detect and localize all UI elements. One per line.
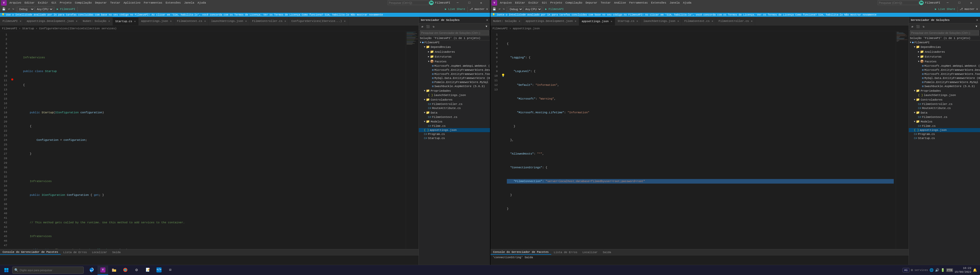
- right-solution-search-input[interactable]: [910, 30, 979, 35]
- right-tree-file-launchsettings[interactable]: { } launchSettings.json: [909, 93, 980, 97]
- right-tree-node-analyzers[interactable]: ▶ 📁 Analisadores: [909, 49, 980, 54]
- right-tree-pkg-1[interactable]: ⊞ Microsoft.AspNet.WebApi.WebHost (5.2.8…: [909, 64, 980, 68]
- right-output-tab-console[interactable]: Console do Gerenciador de Pacotes: [490, 250, 551, 254]
- right-menu-ajuda[interactable]: Ajuda: [681, 1, 693, 5]
- tree-node-props[interactable]: ▼ 📁 Propriedades: [419, 89, 490, 93]
- debug-config-select[interactable]: Debug Release: [18, 6, 35, 12]
- tab-appsettings-dev[interactable]: appsettings.Development.json ✕: [24, 17, 80, 25]
- right-toolbar-save[interactable]: 💾: [492, 7, 497, 11]
- left-search-input[interactable]: [388, 0, 428, 5]
- taskbar-app-vscode[interactable]: </>: [154, 266, 164, 275]
- menu-git[interactable]: Git: [50, 1, 58, 5]
- tab-filmacontext[interactable]: FilmaContext.cs ✕: [174, 17, 208, 25]
- toolbar-redo[interactable]: ↪: [11, 7, 15, 11]
- maximize-btn[interactable]: □: [463, 0, 475, 6]
- right-platform-select[interactable]: Any CPU: [523, 6, 542, 12]
- tree-node-packages[interactable]: ▼ 📦 Pacotes: [419, 59, 490, 64]
- toolbar-save[interactable]: 💾: [1, 7, 6, 11]
- right-tab-launchsettings[interactable]: launchSettings.json ✕: [641, 17, 682, 25]
- right-tree-node-frameworks[interactable]: ▶ 📁 Estruturas: [909, 54, 980, 59]
- tree-file-filmecontext[interactable]: C# FilmeContext.cs: [419, 115, 490, 119]
- close-tab-icon[interactable]: ✕: [519, 20, 520, 23]
- tree-node-data[interactable]: ▼ 📁 Data: [419, 110, 490, 115]
- close-tab-icon[interactable]: ✕: [677, 20, 679, 23]
- right-tree-node-data[interactable]: ▼ 📁 Data: [909, 110, 980, 115]
- tree-file-appsettings[interactable]: { } appsettings.json: [419, 128, 490, 132]
- tab-appsettings[interactable]: appsettings.json ✕: [138, 17, 175, 25]
- right-tree-file-filmecontext[interactable]: C# FilmeContext.cs: [909, 115, 980, 119]
- right-tree-file-filmecontroller[interactable]: C# FilmeController.cs: [909, 102, 980, 106]
- right-output-tab-errors[interactable]: Lista de Erros: [551, 250, 580, 254]
- tree-node-modelos[interactable]: ▼ 📁 Modelos: [419, 119, 490, 124]
- right-menu-depurar[interactable]: Depurar: [584, 1, 599, 5]
- solution-search-input[interactable]: [420, 30, 489, 35]
- tree-node-deps[interactable]: ▼ 📁 Dependências: [419, 44, 490, 49]
- right-tree-file-appsettings[interactable]: { } appsettings.json: [909, 128, 980, 132]
- tree-pkg-3[interactable]: ⊞ Microsoft.EntityFrameworkCore.Tools (5…: [419, 72, 490, 76]
- tree-node-controllers[interactable]: ▼ 📁 Controladores: [419, 97, 490, 102]
- right-menu-extensoes[interactable]: Extensões: [649, 1, 668, 5]
- right-solution-toolbar-refresh[interactable]: ↻: [921, 24, 926, 29]
- tree-pkg-4[interactable]: ⊞ MySql.Data.EntityFrameworkCore (8.0.22…: [419, 76, 490, 80]
- right-tree-file-filme[interactable]: C# Filme.cs: [909, 124, 980, 128]
- taskbar-app-edge[interactable]: [86, 266, 97, 275]
- right-solution-toolbar-collapse[interactable]: ⬛: [915, 24, 921, 29]
- solution-toolbar-collapse[interactable]: ⬛: [425, 24, 431, 29]
- menu-ferramentas[interactable]: Ferramentas: [142, 1, 164, 5]
- right-tree-file-routeattr[interactable]: C# RouteAttribute.cs: [909, 106, 980, 110]
- output-tab-localizar[interactable]: Localizar: [89, 250, 110, 254]
- taskbar-app-vs[interactable]: V: [97, 266, 108, 275]
- right-tree-pkg-2[interactable]: ⊞ Microsoft.EntityFrameworkCore.Design (…: [909, 68, 980, 72]
- tab-nuget[interactable]: NuGet: Solução ✕: [80, 17, 113, 25]
- taskbar-app-explorer[interactable]: [109, 266, 119, 275]
- live-share-btn[interactable]: ▶ Live Share: [444, 7, 466, 11]
- output-tab-saida[interactable]: Saída: [110, 250, 123, 254]
- tree-file-filmecontroller[interactable]: C# FilmeController.cs: [419, 102, 490, 106]
- close-tab-icon[interactable]: ✕: [76, 20, 77, 23]
- close-tab-icon[interactable]: ✕: [134, 20, 136, 23]
- right-menu-testar[interactable]: Testar: [599, 1, 612, 5]
- right-run-btn[interactable]: ▶ FilmesAPI: [544, 7, 565, 11]
- right-tree-pkg-3[interactable]: ⊞ Microsoft.EntityFrameworkCore.Tools (5…: [909, 72, 980, 76]
- tree-pkg-6[interactable]: ⊞ Swashbuckle.AspNetCore (5.6.3): [419, 84, 490, 89]
- right-menu-ferramentas[interactable]: Ferramentas: [628, 1, 649, 5]
- tree-pkg-1[interactable]: ⊞ Microsoft.AspNet.WebApi.WebHost (5.2.8…: [419, 64, 490, 68]
- start-button[interactable]: [1, 266, 12, 275]
- run-btn[interactable]: ▶ FilmesAPI: [56, 7, 76, 11]
- right-minimize-btn[interactable]: ─: [942, 0, 953, 6]
- right-solution-toolbar-sync[interactable]: ⇄: [910, 24, 915, 29]
- right-tree-solution[interactable]: ▼ ■ FilmesAPI: [909, 41, 980, 44]
- right-tree-node-props[interactable]: ▼ 📁 Propriedades: [909, 89, 980, 93]
- tab-filmesapi[interactable]: FilmesAPI ✕: [0, 17, 24, 25]
- menu-janela[interactable]: Janela: [183, 1, 196, 5]
- solution-panel-close[interactable]: ✕: [486, 18, 488, 22]
- close-tab-icon[interactable]: ✕: [712, 20, 713, 23]
- tree-node-analyzers[interactable]: ▶ 📁 Analisadores: [419, 49, 490, 54]
- output-tab-errors[interactable]: Lista de Erros: [61, 250, 89, 254]
- tree-solution[interactable]: ▼ ■ FilmesAPI: [419, 41, 490, 44]
- solution-toolbar-filter[interactable]: ▼: [484, 24, 489, 29]
- right-menu-projeto[interactable]: Projeto: [549, 1, 563, 5]
- tab-launchsettings[interactable]: launchSettings.json ✕: [209, 17, 250, 25]
- right-tree-node-packages[interactable]: ▼ 📦 Pacotes: [909, 59, 980, 64]
- tree-pkg-2[interactable]: ⊞ Microsoft.EntityFrameworkCore.Design (…: [419, 68, 490, 72]
- right-toolbar-redo[interactable]: ↪: [502, 7, 506, 11]
- right-tab-appsettings-dev[interactable]: appsettings.Development.json ✕: [523, 17, 579, 25]
- menu-exibir[interactable]: Exibir: [37, 1, 50, 5]
- menu-arquivo[interactable]: Arquivo: [8, 1, 23, 5]
- taskbar-app-chrome[interactable]: [120, 266, 130, 275]
- right-close-btn[interactable]: ✕: [965, 0, 977, 6]
- right-menu-git[interactable]: Git: [540, 1, 549, 5]
- menu-testar[interactable]: Testar: [109, 1, 122, 5]
- menu-projeto[interactable]: Projeto: [58, 1, 73, 5]
- toolbar-git[interactable]: ⎇ master ∨: [469, 7, 489, 11]
- right-solution-panel-close[interactable]: ✕: [976, 18, 978, 22]
- right-menu-analise[interactable]: Análise: [612, 1, 627, 5]
- right-search-input[interactable]: [878, 0, 918, 5]
- close-tab-icon[interactable]: ✕: [344, 20, 345, 23]
- menu-depurar[interactable]: Depurar: [94, 1, 108, 5]
- right-output-tab-localizar[interactable]: Localizar: [580, 250, 600, 254]
- right-tree-file-program[interactable]: C# Program.cs: [909, 132, 980, 136]
- right-tab-filmacontext[interactable]: FilmaContext.cs ✕: [682, 17, 716, 25]
- menu-ajuda[interactable]: Ajuda: [196, 1, 207, 5]
